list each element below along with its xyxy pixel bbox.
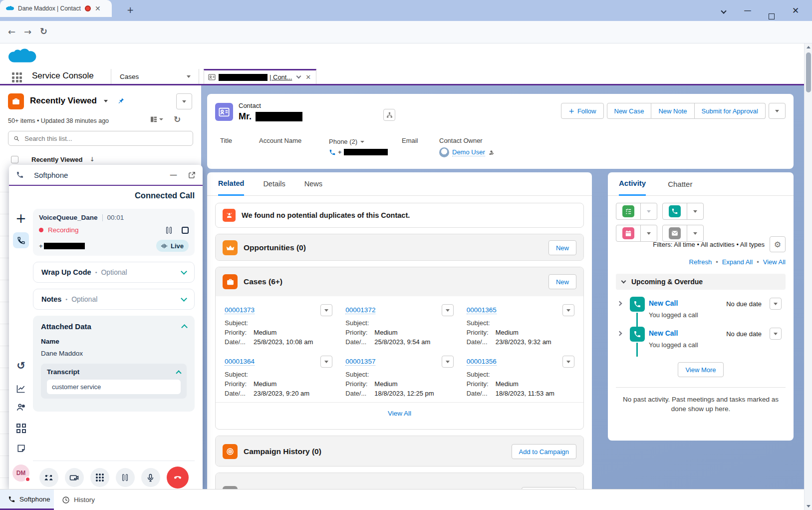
forward-button[interactable]: →: [24, 27, 31, 36]
timeline-item-dropdown-button[interactable]: [770, 298, 782, 310]
cases-header[interactable]: Cases (6+) New: [216, 267, 583, 296]
case-actions-dropdown-button[interactable]: [442, 304, 454, 316]
owner-link[interactable]: Demo User: [452, 148, 485, 156]
end-call-button[interactable]: [167, 467, 189, 489]
active-call-rail-icon[interactable]: [9, 232, 33, 248]
case-actions-dropdown-button[interactable]: [320, 356, 332, 368]
reload-button[interactable]: ↻: [40, 27, 47, 36]
campaign-history-title[interactable]: Campaign History (0): [244, 447, 321, 456]
new-case-button[interactable]: New Case: [607, 103, 652, 119]
pin-icon[interactable]: [116, 95, 126, 106]
tab-news[interactable]: News: [304, 180, 322, 188]
wrap-up-code-section[interactable]: Wrap Up Code • Optional: [33, 262, 195, 283]
list-search-box[interactable]: [8, 131, 193, 146]
browser-tab[interactable]: Dane Maddox | Contact | Sal ✕: [0, 0, 112, 17]
call-dropdown-button[interactable]: [687, 203, 703, 219]
activity-settings-gear-button[interactable]: ⚙: [770, 236, 786, 252]
more-actions-dropdown-button[interactable]: [769, 103, 786, 119]
phone-number-redaction[interactable]: [344, 149, 388, 155]
new-event-button[interactable]: [616, 225, 640, 241]
campaign-history-header[interactable]: Campaign History (0) Add to Campaign: [216, 436, 583, 467]
log-call-button[interactable]: [663, 203, 687, 219]
app-launcher-waffle-icon[interactable]: [12, 72, 22, 82]
nav-tab-contact-active[interactable]: | Cont... ✕: [204, 69, 316, 84]
cases-title[interactable]: Cases (6+): [244, 277, 282, 286]
new-case-button[interactable]: New: [548, 274, 576, 289]
case-actions-dropdown-button[interactable]: [320, 304, 332, 316]
app-name[interactable]: Service Console: [32, 71, 94, 81]
dialpad-button[interactable]: [90, 468, 109, 487]
refresh-link[interactable]: Refresh: [689, 258, 712, 266]
section-expand-chevron-icon[interactable]: [621, 278, 626, 283]
expand-item-chevron-icon[interactable]: [617, 331, 622, 336]
add-to-campaign-button[interactable]: Add to Campaign: [512, 444, 576, 459]
view-all-cases-link[interactable]: View All: [388, 410, 411, 417]
case-number-link[interactable]: 00001364: [225, 358, 255, 366]
new-note-button[interactable]: New Note: [651, 103, 694, 119]
phone-dropdown-icon[interactable]: [360, 141, 364, 143]
tab-chatter[interactable]: Chatter: [668, 180, 692, 188]
page-scrollbar[interactable]: [804, 43, 812, 510]
nav-tab-cases[interactable]: Cases: [120, 73, 139, 80]
follow-button[interactable]: +Follow: [561, 103, 603, 119]
expand-notes-chevron-icon[interactable]: [181, 295, 187, 302]
sort-descending-icon[interactable]: ↓: [89, 156, 94, 163]
hold-call-button[interactable]: [116, 468, 135, 487]
case-actions-dropdown-button[interactable]: [562, 304, 574, 316]
tab-close-icon[interactable]: ✕: [95, 5, 101, 12]
utility-softphone-tab[interactable]: Softphone: [0, 490, 54, 510]
upcoming-overdue-section[interactable]: Upcoming & Overdue: [616, 274, 786, 290]
mute-mic-button[interactable]: [141, 468, 160, 487]
collapse-transcript-chevron-icon[interactable]: [176, 370, 181, 376]
new-tab-button[interactable]: +: [127, 5, 134, 15]
list-view-title[interactable]: Recently Viewed: [30, 96, 97, 106]
scroll-down-arrow[interactable]: [807, 505, 811, 508]
display-style-icon[interactable]: [150, 115, 163, 123]
cases-tab-chevron-icon[interactable]: [187, 75, 191, 78]
case-number-link[interactable]: 00001373: [225, 306, 255, 314]
pause-recording-icon[interactable]: [166, 227, 172, 234]
view-more-button[interactable]: View More: [678, 362, 723, 377]
case-actions-dropdown-button[interactable]: [562, 356, 574, 368]
expand-all-link[interactable]: Expand All: [722, 258, 753, 266]
case-number-link[interactable]: 00001356: [467, 358, 497, 366]
expand-wrap-up-chevron-icon[interactable]: [181, 268, 187, 275]
window-minimize-button[interactable]: —: [737, 0, 759, 21]
new-call-link[interactable]: New Call: [649, 329, 678, 337]
scroll-up-arrow[interactable]: [807, 46, 811, 48]
back-button[interactable]: ←: [8, 27, 15, 36]
tab-activity[interactable]: Activity: [619, 172, 646, 196]
view-all-link[interactable]: View All: [763, 258, 786, 266]
tab-search-chevron-icon[interactable]: [713, 0, 735, 21]
tab-related[interactable]: Related: [218, 172, 244, 196]
refresh-list-icon[interactable]: ↻: [174, 114, 181, 124]
task-dropdown-button[interactable]: [640, 203, 657, 219]
agents-icon[interactable]: [9, 402, 33, 413]
stop-recording-icon[interactable]: [182, 227, 189, 234]
tab-details[interactable]: Details: [263, 180, 285, 188]
list-view-selector-chevron-icon[interactable]: [104, 100, 108, 102]
metrics-icon[interactable]: [9, 384, 33, 394]
popout-icon[interactable]: [188, 171, 196, 179]
case-number-link[interactable]: 00001365: [467, 306, 497, 314]
view-hierarchy-button[interactable]: [383, 109, 395, 121]
list-actions-dropdown-button[interactable]: [176, 93, 192, 109]
case-number-link[interactable]: 00001372: [345, 306, 375, 314]
opportunities-header[interactable]: Opportunities (0) New: [216, 234, 583, 261]
list-search-input[interactable]: [23, 134, 188, 143]
partial-related-header[interactable]: [216, 473, 583, 489]
call-history-icon[interactable]: ↺: [9, 360, 33, 372]
new-task-button[interactable]: [616, 203, 640, 219]
contact-tab-close-icon[interactable]: ✕: [305, 73, 311, 81]
softphone-header[interactable]: Softphone —: [9, 165, 203, 186]
scrollbar-thumb[interactable]: [806, 52, 811, 92]
expand-item-chevron-icon[interactable]: [617, 301, 622, 306]
case-number-link[interactable]: 00001357: [345, 358, 375, 366]
notes-section[interactable]: Notes • Optional: [33, 289, 195, 310]
notes-icon[interactable]: [9, 444, 33, 453]
timeline-item-dropdown-button[interactable]: [770, 328, 782, 340]
add-call-icon[interactable]: +: [9, 211, 33, 226]
transfer-call-button[interactable]: [39, 468, 58, 487]
utility-history-tab[interactable]: History: [54, 490, 103, 510]
minimize-icon[interactable]: —: [170, 170, 177, 179]
